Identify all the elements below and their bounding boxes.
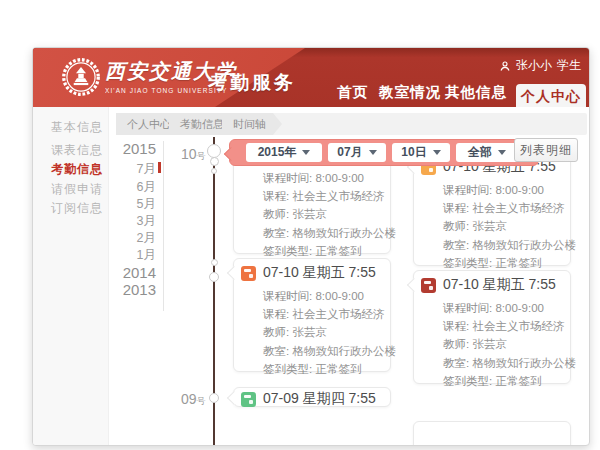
- card-field-line: 教师: 张芸京: [263, 205, 382, 223]
- axis-month-jul[interactable]: 7月: [86, 161, 156, 178]
- attendance-stamp-icon: [241, 266, 256, 281]
- sidebar-item-basic-info[interactable]: 基本信息: [51, 119, 103, 136]
- attendance-card-right-2[interactable]: 07-10 星期五 7:55 课程时间: 8:00-9:00课程: 社会主义市场…: [413, 270, 571, 384]
- year-select-value: 2015年: [258, 144, 297, 161]
- card-date-title: 07-10 星期五 7:55: [263, 264, 376, 282]
- card-header: 07-10 星期五 7:55: [414, 271, 570, 295]
- day-marker-10: 10号: [181, 145, 206, 163]
- axis-month-jun[interactable]: 6月: [86, 179, 156, 196]
- card-body: 课程时间: 8:00-9:00课程: 社会主义市场经济教师: 张芸京教室: 格物…: [414, 295, 570, 396]
- axis-month-jan[interactable]: 1月: [86, 247, 156, 264]
- axis-month-mar[interactable]: 3月: [86, 213, 156, 230]
- user-role: 学生: [557, 57, 581, 74]
- chevron-down-icon: [433, 150, 441, 155]
- card-field-line: 课程: 社会主义市场经济: [263, 305, 382, 323]
- month-select[interactable]: 07月: [328, 143, 386, 162]
- university-logo-icon: [61, 57, 101, 97]
- card-header: 07-10 星期五 7:55: [234, 259, 390, 283]
- chevron-down-icon: [369, 150, 377, 155]
- app-title: 考勤服务: [208, 70, 296, 96]
- day-select[interactable]: 10日: [392, 143, 450, 162]
- month-select-value: 07月: [337, 144, 362, 161]
- app-header: 西安交通大学 XI'AN JIAO TONG UNIVERSITY 考勤服务 张…: [33, 48, 589, 107]
- axis-year-2015[interactable]: 2015: [86, 140, 156, 157]
- attendance-stamp-icon: [421, 278, 436, 293]
- axis-year-2013[interactable]: 2013: [86, 281, 156, 298]
- card-field-line: 课程时间: 8:00-9:00: [263, 169, 382, 187]
- nav-other-info[interactable]: 其他信息: [445, 83, 507, 102]
- card-field-line: 课程时间: 8:00-9:00: [263, 287, 382, 305]
- day-marker-09: 09号: [181, 390, 206, 408]
- nav-personal-center-active-tab[interactable]: 个人中心: [516, 84, 586, 107]
- card-body: 课程时间: 8:00-9:00课程: 社会主义市场经济教师: 张芸京教室: 格物…: [414, 177, 570, 278]
- user-name: 张小小: [516, 57, 552, 74]
- nav-home[interactable]: 首页: [337, 83, 368, 102]
- timeline-dot-bottom: [209, 393, 219, 403]
- card-field-line: 课程: 社会主义市场经济: [443, 317, 562, 335]
- attendance-card-left-2[interactable]: 07-10 星期五 7:55 课程时间: 8:00-9:00课程: 社会主义市场…: [233, 258, 391, 372]
- card-field-line: 课程: 社会主义市场经济: [443, 199, 562, 217]
- attendance-card-left-3[interactable]: 07-09 星期四 7:55: [233, 387, 391, 407]
- card-field-line: 教室: 格物致知行政办公楼: [443, 236, 562, 254]
- card-field-line: 教室: 格物致知行政办公楼: [263, 224, 382, 242]
- axis-year-2014[interactable]: 2014: [86, 264, 156, 281]
- current-month-marker: [158, 162, 161, 173]
- card-field-line: 课程: 社会主义市场经济: [263, 187, 382, 205]
- card-field-line: 签到类型: 正常签到: [263, 360, 382, 378]
- attendance-card-right-3-fragment[interactable]: [413, 421, 571, 446]
- card-field-line: 教师: 张芸京: [263, 323, 382, 341]
- user-menu[interactable]: 张小小 学生: [499, 57, 581, 74]
- nav-classrooms[interactable]: 教室情况: [379, 83, 441, 102]
- card-date-title: 07-09 星期四 7:55: [263, 390, 376, 408]
- timeline-dot-small: [211, 168, 217, 174]
- year-select[interactable]: 2015年: [246, 143, 322, 162]
- timeline-dot-medium: [210, 157, 219, 166]
- person-icon: [499, 60, 511, 72]
- chevron-down-icon: [498, 150, 506, 155]
- card-date-title: 07-10 星期五 7:55: [443, 276, 556, 294]
- card-header: 07-09 星期四 7:55: [234, 388, 390, 408]
- axis-month-feb[interactable]: 2月: [86, 230, 156, 247]
- card-body: 课程时间: 8:00-9:00课程: 社会主义市场经济教师: 张芸京教室: 格物…: [234, 165, 390, 266]
- card-field-line: 教室: 格物致知行政办公楼: [263, 342, 382, 360]
- timeline-dot-mid-2: [209, 272, 219, 282]
- app-window: 西安交通大学 XI'AN JIAO TONG UNIVERSITY 考勤服务 张…: [32, 47, 590, 446]
- chevron-down-icon: [302, 150, 310, 155]
- timeline-dot-mid-1: [211, 259, 218, 266]
- axis-month-may[interactable]: 5月: [86, 196, 156, 213]
- attendance-card-right-1[interactable]: 07-10 星期五 7:55 课程时间: 8:00-9:00课程: 社会主义市场…: [413, 152, 571, 266]
- day-select-value: 10日: [401, 144, 426, 161]
- list-detail-button[interactable]: 列表明细: [514, 138, 578, 162]
- type-select-value: 全部: [468, 144, 492, 161]
- type-select[interactable]: 全部: [456, 143, 518, 162]
- card-body: 课程时间: 8:00-9:00课程: 社会主义市场经济教师: 张芸京教室: 格物…: [234, 283, 390, 384]
- timeline-dot-large: [207, 144, 221, 158]
- card-field-line: 教师: 张芸京: [443, 217, 562, 235]
- page: 西安交通大学 XI'AN JIAO TONG UNIVERSITY 考勤服务 张…: [0, 0, 600, 450]
- breadcrumb: 个人中心 考勤信息 时间轴: [116, 113, 587, 135]
- card-field-line: 签到类型: 正常签到: [443, 372, 562, 390]
- axis-separator-line: [163, 141, 164, 311]
- filter-bar: 2015年 07月 10日 全部: [229, 139, 539, 166]
- attendance-stamp-icon: [241, 392, 256, 407]
- filter-bar-tail: [223, 147, 237, 161]
- card-field-line: 课程时间: 8:00-9:00: [443, 299, 562, 317]
- breadcrumb-timeline[interactable]: 时间轴: [222, 113, 282, 135]
- card-field-line: 教师: 张芸京: [443, 335, 562, 353]
- card-field-line: 课程时间: 8:00-9:00: [443, 181, 562, 199]
- card-field-line: 教室: 格物致知行政办公楼: [443, 354, 562, 372]
